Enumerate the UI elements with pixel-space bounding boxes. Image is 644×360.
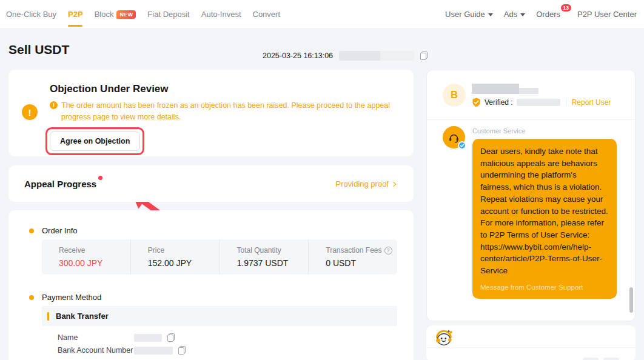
customer-service-content: Customer Service Dear users, kindly take… — [472, 126, 617, 299]
total-quantity-label: Total Quantity — [237, 246, 309, 255]
nav-label: P2P — [68, 10, 83, 19]
verified-check-badge — [458, 141, 466, 150]
nav-one-click-buy[interactable]: One-Click Buy — [6, 0, 56, 28]
counterparty-info: Verified : Report User — [472, 84, 611, 107]
chat-input-bar — [426, 325, 636, 360]
section-bullet-icon — [29, 295, 34, 300]
user-guide-dropdown[interactable]: User Guide — [445, 0, 493, 28]
receive-value: 300.00 JPY — [59, 258, 130, 268]
new-badge: NEW — [116, 10, 136, 19]
chevron-down-icon — [488, 13, 493, 16]
appeal-progress-card: Appeal Progress Providing proof — [8, 165, 414, 202]
customer-service-message: Dear users, kindly take note that malici… — [480, 145, 609, 277]
warning-icon: ! — [50, 101, 58, 109]
help-icon[interactable]: ? — [384, 247, 392, 255]
appeal-title-text: Appeal Progress — [24, 179, 96, 189]
accent-bar — [47, 312, 49, 321]
divider — [427, 119, 635, 120]
nav-convert[interactable]: Convert — [253, 0, 281, 28]
nav-label: Fiat Deposit — [147, 10, 189, 19]
verified-value-redacted — [517, 99, 560, 106]
receive-field: Receive 300.00 JPY — [42, 239, 130, 275]
payment-account-row: Bank Account Number — [58, 346, 186, 355]
nav-left-group: One-Click Buy P2P Block NEW Fiat Deposit… — [6, 0, 280, 28]
support-bot-icon[interactable] — [434, 328, 454, 348]
orders-count-badge: 13 — [561, 4, 571, 12]
section-bullet-icon — [29, 228, 34, 233]
nav-fiat-deposit[interactable]: Fiat Deposit — [147, 0, 189, 28]
message-footer: Message from Customer Support — [480, 282, 609, 293]
nav-orders[interactable]: Orders 13 — [536, 0, 566, 28]
chat-scrollbar[interactable] — [629, 287, 633, 313]
ads-dropdown[interactable]: Ads — [504, 0, 525, 28]
verified-shield-icon — [472, 98, 481, 107]
copy-icon[interactable] — [167, 333, 175, 342]
price-field: Price 152.00 JPY — [130, 239, 220, 275]
nav-label: Orders — [536, 10, 560, 19]
quick-action-stub — [603, 358, 619, 360]
chevron-down-icon — [520, 13, 525, 16]
order-info-box: Receive 300.00 JPY Price 152.00 JPY Tota… — [42, 239, 397, 275]
counterparty-name-redacted — [472, 84, 611, 94]
chat-panel: B Verified : Report User — [426, 70, 636, 321]
transaction-fees-text: Transaction Fees — [326, 246, 381, 255]
bank-account-number-label: Bank Account Number — [58, 346, 134, 355]
objection-title: Objection Under Review — [50, 83, 414, 95]
verified-row: Verified : Report User — [472, 98, 611, 107]
counterparty-row: B Verified : Report User — [443, 84, 611, 107]
payment-name-row: Name — [58, 333, 175, 342]
nav-p2p[interactable]: P2P — [68, 0, 83, 28]
agree-on-objection-button[interactable]: Agree on Objection — [50, 132, 140, 151]
chevron-right-icon — [391, 181, 396, 186]
appeal-progress-title: Appeal Progress — [24, 179, 96, 189]
nav-right-group: User Guide Ads Orders 13 P2P User Center — [445, 0, 637, 28]
report-user-link[interactable]: Report User — [572, 98, 611, 107]
copy-icon[interactable] — [420, 52, 428, 60]
nav-label: Ads — [504, 10, 517, 19]
total-quantity-value: 1.9737 USDT — [237, 258, 309, 268]
nav-label: Auto-Invest — [201, 10, 241, 19]
providing-proof-link[interactable]: Providing proof — [336, 179, 395, 188]
order-id-redacted — [339, 51, 414, 61]
order-info-title: Order Info — [42, 226, 78, 235]
account-number-redacted — [134, 347, 173, 355]
customer-service-message-row: Customer Service Dear users, kindly take… — [443, 126, 617, 299]
objection-content: Objection Under Review ! The order amoun… — [50, 70, 414, 155]
payment-method-section-header: Payment Method — [29, 293, 101, 302]
nav-label: Convert — [253, 10, 281, 19]
order-details-card: Order Info Receive 300.00 JPY Price 152.… — [8, 210, 414, 360]
transaction-fees-field: Transaction Fees ? 0 USDT — [308, 239, 397, 275]
nav-block[interactable]: Block NEW — [95, 0, 136, 28]
order-info-section-header: Order Info — [29, 226, 78, 235]
highlight-annotation-box: Agree on Objection — [45, 127, 144, 155]
active-tab-underline — [68, 25, 82, 27]
receive-label: Receive — [59, 246, 130, 255]
objection-warning: ! The order amount has been frozen as an… — [50, 100, 405, 123]
exclamation-circle-icon: ! — [22, 104, 38, 120]
counterparty-avatar[interactable]: B — [443, 84, 466, 107]
providing-proof-label: Providing proof — [336, 179, 389, 188]
total-quantity-field: Total Quantity 1.9737 USDT — [220, 239, 309, 275]
nav-auto-invest[interactable]: Auto-Invest — [201, 0, 241, 28]
copy-icon[interactable] — [178, 346, 186, 355]
customer-service-avatar — [443, 126, 465, 148]
nav-label: User Guide — [445, 10, 485, 19]
page-title: Sell USDT — [8, 42, 69, 57]
payment-method-title: Payment Method — [42, 293, 101, 302]
divider — [566, 99, 566, 106]
nav-p2p-user-center[interactable]: P2P User Center — [577, 0, 637, 28]
divider — [426, 347, 636, 348]
nav-label: One-Click Buy — [6, 10, 56, 19]
nav-label: P2P User Center — [577, 10, 637, 19]
price-label: Price — [148, 246, 220, 255]
order-timestamp: 2025-03-25 16:13:06 — [263, 52, 333, 60]
name-redacted-block — [519, 88, 538, 94]
customer-service-label: Customer Service — [472, 127, 617, 135]
transaction-fees-value: 0 USDT — [326, 258, 397, 268]
verified-label: Verified : — [485, 98, 513, 107]
headset-icon — [448, 132, 460, 143]
name-redacted-block — [472, 84, 519, 94]
name-label: Name — [58, 333, 134, 342]
p2p-order-page: One-Click Buy P2P Block NEW Fiat Deposit… — [0, 0, 644, 360]
top-navigation: One-Click Buy P2P Block NEW Fiat Deposit… — [0, 0, 644, 29]
